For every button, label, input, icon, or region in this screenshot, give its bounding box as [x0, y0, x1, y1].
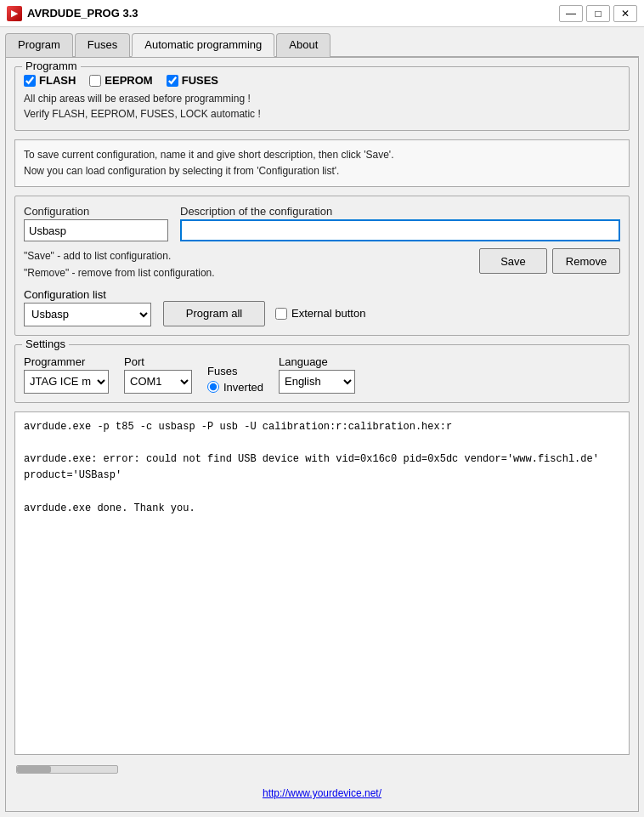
eeprom-checkbox-label[interactable]: EEPROM [89, 74, 152, 87]
programmer-field: Programmer JTAG ICE m USBasp Arduino [24, 355, 109, 394]
settings-group-title: Settings [22, 338, 69, 350]
tab-about[interactable]: About [276, 33, 330, 57]
programm-groupbox: Programm FLASH EEPROM FUSES All chip are… [14, 66, 630, 131]
config-row: Configuration Description of the configu… [24, 205, 620, 241]
config-list-select[interactable]: Usbasp [24, 303, 151, 326]
tab-fuses[interactable]: Fuses [75, 33, 130, 57]
tab-program[interactable]: Program [5, 33, 73, 57]
programmer-label: Programmer [24, 355, 109, 368]
language-select[interactable]: English German Russian [279, 370, 355, 394]
minimize-button[interactable]: — [559, 5, 583, 22]
save-button[interactable]: Save [479, 248, 547, 274]
output-line-3: avrdude.exe: error: could not find USB d… [24, 451, 620, 484]
info-line1: To save current configuration, name it a… [24, 147, 620, 163]
program-all-row: Program all External button [163, 301, 365, 326]
fuses-checkbox-label[interactable]: FUSES [167, 74, 218, 87]
port-label: Port [124, 355, 192, 368]
tab-content: Programm FLASH EEPROM FUSES All chip are… [5, 58, 639, 812]
fuses-label: FUSES [182, 74, 218, 87]
scrollbar-track[interactable] [16, 765, 118, 774]
output-line-2 [24, 435, 620, 451]
config-list-group: Configuration list Usbasp [24, 288, 151, 326]
port-field: Port COM1 COM2 COM3 USB [124, 355, 192, 394]
main-window: Program Fuses Automatic programming Abou… [0, 27, 644, 817]
fuses-inverted-text: Inverted [223, 381, 263, 394]
programmer-select[interactable]: JTAG ICE m USBasp Arduino [24, 370, 109, 394]
window-controls: — □ ✕ [559, 5, 637, 22]
tab-auto-programming[interactable]: Automatic programming [132, 33, 274, 57]
external-button-label[interactable]: External button [275, 307, 365, 320]
app-icon: ▶ [7, 6, 22, 21]
config-list-label: Configuration list [24, 288, 151, 301]
fuses-inverted-radio[interactable] [207, 381, 219, 393]
output-line-4 [24, 485, 620, 501]
eeprom-checkbox[interactable] [89, 75, 101, 87]
output-line-1: avrdude.exe -p t85 -c usbasp -P usb -U c… [24, 419, 620, 435]
config-name-group: Configuration [24, 205, 168, 241]
config-label: Configuration [24, 205, 168, 218]
info-box: To save current configuration, name it a… [14, 139, 630, 187]
desc-group: Description of the configuration [180, 205, 620, 241]
config-list-row: Configuration list Usbasp Program all Ex… [24, 288, 620, 326]
language-label: Language [279, 355, 355, 368]
maximize-button[interactable]: □ [586, 5, 610, 22]
footer-link[interactable]: http://www.yourdevice.net/ [14, 784, 630, 803]
close-button[interactable]: ✕ [613, 5, 637, 22]
programm-note-line1: All chip areas will be erased before pro… [24, 91, 620, 106]
language-field: Language English German Russian [279, 355, 355, 394]
save-remove-row: "Save" - add to list configuration. "Rem… [24, 248, 620, 281]
config-section: Configuration Description of the configu… [14, 196, 630, 335]
output-line-5: avrdude.exe done. Thank you. [24, 501, 620, 517]
tab-bar: Program Fuses Automatic programming Abou… [5, 32, 639, 58]
settings-groupbox: Settings Programmer JTAG ICE m USBasp Ar… [14, 344, 630, 403]
external-button-checkbox[interactable] [275, 308, 287, 320]
programm-note-line2: Verify FLASH, EEPROM, FUSES, LOCK automa… [24, 106, 620, 122]
save-remove-note: "Save" - add to list configuration. "Rem… [24, 248, 471, 281]
title-bar: ▶ AVRDUDE_PROG 3.3 — □ ✕ [0, 0, 644, 27]
settings-row: Programmer JTAG ICE m USBasp Arduino Por… [24, 355, 620, 394]
fuses-settings-label: Fuses [207, 365, 263, 377]
save-remove-buttons: Save Remove [479, 248, 620, 274]
scrollbar-thumb[interactable] [17, 766, 51, 773]
programm-note: All chip areas will be erased before pro… [24, 91, 620, 122]
fuses-field: Fuses Inverted [207, 365, 263, 394]
fuses-inverted-label[interactable]: Inverted [207, 381, 263, 394]
save-note-line1: "Save" - add to list configuration. [24, 248, 471, 264]
port-select[interactable]: COM1 COM2 COM3 USB [124, 370, 192, 394]
external-button-text: External button [291, 307, 365, 320]
info-line2: Now you can load configuration by select… [24, 163, 620, 179]
fuses-checkbox[interactable] [167, 75, 178, 87]
output-box: avrdude.exe -p t85 -c usbasp -P usb -U c… [14, 411, 630, 755]
desc-input[interactable] [180, 219, 620, 241]
program-all-button[interactable]: Program all [163, 301, 265, 326]
desc-label: Description of the configuration [180, 205, 620, 218]
remove-button[interactable]: Remove [552, 248, 620, 274]
programm-checkboxes: FLASH EEPROM FUSES [24, 74, 620, 87]
scrollbar-area[interactable] [14, 763, 630, 775]
eeprom-label: EEPROM [105, 74, 152, 87]
programm-group-title: Programm [22, 60, 81, 72]
app-title: AVRDUDE_PROG 3.3 [27, 7, 559, 20]
flash-checkbox-label[interactable]: FLASH [24, 74, 76, 87]
flash-label: FLASH [39, 74, 76, 87]
flash-checkbox[interactable] [24, 75, 36, 87]
config-input[interactable] [24, 219, 168, 241]
save-note-line2: "Remove" - remove from list configuratio… [24, 265, 471, 281]
